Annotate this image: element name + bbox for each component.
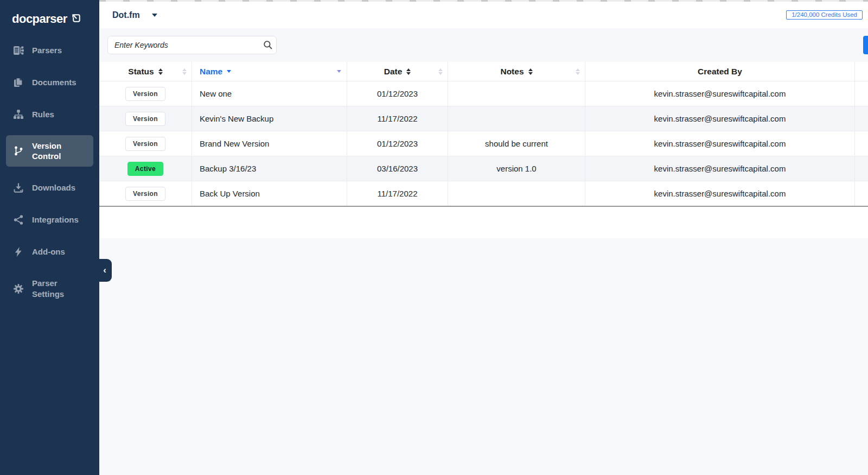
- chevron-left-icon: ‹: [103, 265, 106, 276]
- git-branch-icon: [13, 145, 24, 156]
- rules-icon: [13, 109, 24, 120]
- created-by-cell: kevin.strasser@sureswiftcapital.com: [585, 181, 855, 206]
- notes-cell: [448, 81, 585, 106]
- sidebar-item-label: Parsers: [32, 45, 62, 55]
- logo-text: docparser: [12, 12, 67, 26]
- notes-cell: [448, 181, 585, 206]
- table-row: Version New one 01/12/2023 kevin.strasse…: [99, 81, 868, 106]
- sidebar-item-add-ons[interactable]: Add-ons: [6, 240, 93, 263]
- table-header-row: Status Name Date Notes: [99, 62, 868, 81]
- status-cell: Active: [99, 156, 192, 181]
- sort-faint-icon: [438, 68, 443, 75]
- sort-icon: [158, 68, 163, 75]
- column-label: Created By: [698, 67, 742, 77]
- created-by-cell: kevin.strasser@sureswiftcapital.com: [585, 156, 855, 181]
- status-cell: Version: [99, 181, 192, 206]
- status-cell: Version: [99, 81, 192, 106]
- chevron-down-icon: [152, 14, 157, 17]
- sidebar-item-parser-settings[interactable]: Parser Settings: [6, 273, 93, 304]
- date-cell: 01/12/2023: [347, 81, 448, 106]
- parser-selector-dropdown[interactable]: Dot.fm: [112, 10, 157, 20]
- clipped-cell: [855, 181, 868, 206]
- sidebar-nav: Parsers Documents: [0, 39, 99, 314]
- sidebar-item-parsers[interactable]: Parsers: [6, 39, 93, 61]
- parser-name: Dot.fm: [112, 10, 140, 20]
- content-gap: [99, 207, 868, 238]
- status-badge: Version: [125, 137, 165, 151]
- column-header-date[interactable]: Date: [347, 62, 448, 81]
- search-field: [107, 36, 277, 54]
- column-label: Name: [200, 67, 222, 77]
- clipped-cell: [855, 81, 868, 106]
- sidebar-item-label: Add-ons: [32, 246, 65, 257]
- docparser-logo[interactable]: docparser: [0, 0, 99, 26]
- name-cell: New one: [192, 81, 347, 106]
- column-header-notes[interactable]: Notes: [448, 62, 585, 81]
- clipped-action-button[interactable]: [863, 36, 868, 54]
- column-header-clipped: [855, 62, 868, 81]
- table-row: Version Back Up Version 11/17/2022 kevin…: [99, 181, 868, 207]
- status-badge: Version: [125, 87, 165, 101]
- sort-icon: [528, 68, 533, 75]
- column-label: Date: [384, 67, 403, 77]
- status-cell: Version: [99, 106, 192, 131]
- main-content: Dot.fm 1/240,000 Credits Used Sta: [99, 0, 868, 475]
- sidebar-item-integrations[interactable]: Integrations: [6, 208, 93, 231]
- name-cell: Brand New Version: [192, 131, 347, 156]
- created-by-cell: kevin.strasser@sureswiftcapital.com: [585, 106, 855, 131]
- column-header-name[interactable]: Name: [192, 62, 347, 81]
- table-row: Version Brand New Version 01/12/2023 sho…: [99, 131, 868, 156]
- documents-icon: [13, 77, 24, 88]
- name-cell: Back Up Version: [192, 181, 347, 206]
- search-input[interactable]: [108, 41, 260, 49]
- version-table: Status Name Date Notes: [99, 62, 868, 207]
- status-badge: Version: [125, 112, 165, 126]
- date-cell: 11/17/2022: [347, 181, 448, 206]
- sidebar-item-documents[interactable]: Documents: [6, 71, 93, 93]
- clipped-cell: [855, 106, 868, 131]
- date-cell: 01/12/2023: [347, 131, 448, 156]
- sidebar-item-label: Documents: [32, 77, 76, 87]
- clipped-cell: [855, 156, 868, 181]
- credits-used-badge[interactable]: 1/240,000 Credits Used: [786, 10, 863, 20]
- sidebar-item-rules[interactable]: Rules: [6, 103, 93, 125]
- parsers-icon: [13, 45, 24, 56]
- date-cell: 11/17/2022: [347, 106, 448, 131]
- sidebar-item-downloads[interactable]: Downloads: [6, 176, 93, 199]
- column-label: Status: [128, 67, 154, 77]
- sidebar-item-label: Downloads: [32, 182, 75, 193]
- app-root: docparser: [0, 0, 868, 475]
- date-cell: 03/16/2023: [347, 156, 448, 181]
- gear-icon: [13, 283, 24, 294]
- sidebar-item-label: Version Control: [32, 141, 88, 161]
- share-icon: [13, 214, 24, 225]
- status-cell: Version: [99, 131, 192, 156]
- notes-cell: [448, 106, 585, 131]
- notes-cell: version 1.0: [448, 156, 585, 181]
- docparser-logo-icon: [71, 12, 82, 26]
- sidebar-item-label: Parser Settings: [32, 278, 88, 299]
- search-icon[interactable]: [260, 40, 276, 50]
- table-row: Version Kevin's New Backup 11/17/2022 ke…: [99, 106, 868, 131]
- created-by-cell: kevin.strasser@sureswiftcapital.com: [585, 81, 855, 106]
- column-header-created-by[interactable]: Created By: [585, 62, 855, 81]
- topbar: Dot.fm 1/240,000 Credits Used: [99, 2, 868, 28]
- clipped-cell: [855, 131, 868, 156]
- name-cell: Kevin's New Backup: [192, 106, 347, 131]
- sidebar-item-label: Rules: [32, 109, 54, 119]
- sidebar-item-version-control[interactable]: Version Control: [6, 135, 93, 167]
- bolt-icon: [13, 246, 24, 257]
- status-badge: Active: [127, 162, 163, 176]
- sort-icon: [406, 68, 411, 75]
- page-background: [99, 238, 868, 475]
- table-row: Active Backup 3/16/23 03/16/2023 version…: [99, 156, 868, 181]
- sort-faint-icon: [182, 68, 187, 75]
- sidebar-collapse-button[interactable]: ‹: [99, 259, 112, 282]
- created-by-cell: kevin.strasser@sureswiftcapital.com: [585, 131, 855, 156]
- sort-active-icon: [337, 70, 341, 73]
- notes-cell: should be current: [448, 131, 585, 156]
- column-header-status[interactable]: Status: [99, 62, 192, 81]
- sort-faint-icon: [576, 68, 580, 75]
- column-label: Notes: [500, 67, 524, 77]
- download-icon: [13, 182, 24, 193]
